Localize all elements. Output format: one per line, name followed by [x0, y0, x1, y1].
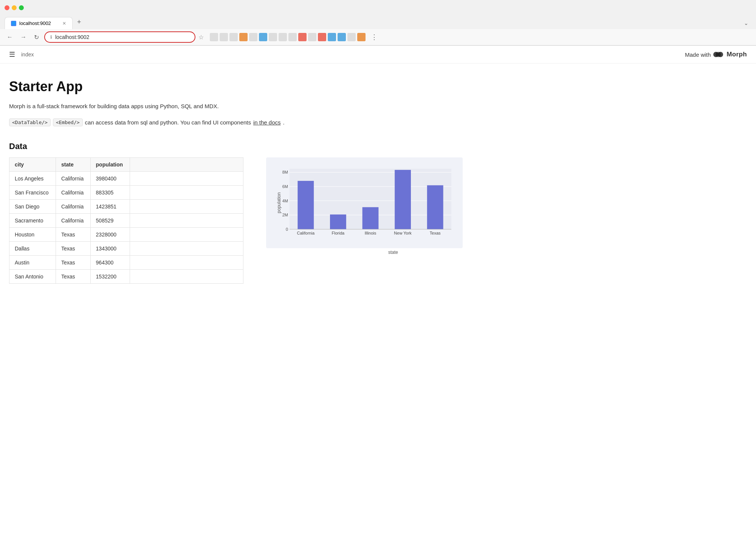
svg-text:8M: 8M [282, 170, 288, 174]
docs-link[interactable]: in the docs [253, 119, 281, 126]
page-title: Starter App [9, 79, 520, 95]
extension-icon-6[interactable] [259, 33, 267, 41]
toolbar-icons [210, 33, 366, 41]
table-row: San AntonioTexas1532200 [9, 269, 243, 283]
svg-text:New York: New York [394, 231, 412, 235]
page: ☰ index Made with Morph Starter App Morp… [0, 46, 756, 541]
extension-icon-10[interactable] [298, 33, 307, 41]
svg-point-2 [716, 52, 721, 57]
chart-wrap: population 02M4M6M8MCaliforniaFloridaIll… [266, 157, 520, 255]
extension-icon-8[interactable] [279, 33, 287, 41]
table-row: Los AngelesCalifornia3980400 [9, 171, 243, 185]
data-table-wrap: citystatepopulation Los AngelesCaliforni… [9, 157, 243, 284]
main-content: Starter App Morph is a full-stack framew… [0, 64, 529, 299]
table-cell: California [56, 213, 91, 227]
svg-rect-18 [363, 207, 379, 229]
table-header-cell-extra [130, 157, 243, 171]
svg-rect-14 [297, 181, 314, 229]
extension-icon-13[interactable] [328, 33, 336, 41]
browser-titlebar [0, 0, 756, 15]
svg-rect-22 [427, 185, 443, 229]
extension-icon-14[interactable] [338, 33, 346, 41]
table-header-cell: city [9, 157, 56, 171]
extension-icon-9[interactable] [288, 33, 297, 41]
new-tab-button[interactable]: + [73, 15, 86, 29]
extension-icon-3[interactable] [229, 33, 238, 41]
table-cell: Texas [56, 227, 91, 241]
tab-close-button[interactable]: ✕ [62, 21, 66, 26]
table-cell: San Antonio [9, 269, 56, 283]
extension-icon-7[interactable] [269, 33, 277, 41]
data-section: citystatepopulation Los AngelesCaliforni… [9, 157, 520, 284]
svg-text:Illinois: Illinois [365, 231, 376, 235]
datatable-code: <DataTable/> [9, 118, 51, 126]
table-cell: 964300 [90, 255, 130, 269]
table-cell: San Diego [9, 199, 56, 213]
svg-text:California: California [297, 231, 315, 235]
table-cell-extra [130, 269, 243, 283]
description-line: <DataTable/> <Embed/> can access data fr… [9, 118, 520, 126]
maximize-window-button[interactable] [19, 5, 24, 10]
table-cell-extra [130, 171, 243, 185]
table-row: HoustonTexas2328000 [9, 227, 243, 241]
tab-title: localhost:9002 [19, 20, 51, 26]
chart-y-label: population [276, 192, 282, 213]
forward-button[interactable]: → [18, 32, 29, 42]
table-cell: California [56, 185, 91, 199]
table-row: San DiegoCalifornia1423851 [9, 199, 243, 213]
address-bar[interactable]: ℹ localhost:9002 [44, 31, 195, 43]
reload-button[interactable]: ↻ [32, 32, 41, 42]
traffic-lights [5, 5, 24, 10]
info-icon: ℹ [50, 34, 52, 40]
bookmark-button[interactable]: ☆ [198, 34, 204, 41]
close-window-button[interactable] [5, 5, 9, 10]
table-cell: 508529 [90, 213, 130, 227]
chart-x-label: state [266, 250, 520, 255]
table-row: DallasTexas1343000 [9, 241, 243, 255]
chart-svg: 02M4M6M8MCaliforniaFloridaIllinoisNew Yo… [272, 165, 457, 244]
tab-bar: 🌐 localhost:9002 ✕ + ⌄ [0, 15, 756, 29]
made-with-text: Made with [685, 51, 711, 58]
table-cell: California [56, 199, 91, 213]
browser-toolbar: ← → ↻ ℹ localhost:9002 ☆ ⋮ [0, 29, 756, 45]
table-cell-extra [130, 241, 243, 255]
active-tab[interactable]: 🌐 localhost:9002 ✕ [5, 17, 73, 29]
app-header: ☰ index Made with Morph [0, 46, 756, 64]
table-body: Los AngelesCalifornia3980400San Francisc… [9, 171, 243, 283]
more-options-button[interactable]: ⋮ [369, 32, 380, 42]
extension-icon-1[interactable] [210, 33, 218, 41]
table-row: SacramentoCalifornia508529 [9, 213, 243, 227]
extension-icon-11[interactable] [308, 33, 316, 41]
header-left: ☰ index [9, 50, 34, 59]
extension-icon-4[interactable] [239, 33, 248, 41]
svg-text:6M: 6M [282, 184, 288, 189]
hamburger-menu-button[interactable]: ☰ [9, 50, 15, 59]
morph-brand-name: Morph [727, 51, 747, 58]
collapse-icon: ⌄ [744, 20, 748, 26]
table-cell: Austin [9, 255, 56, 269]
extension-icon-12[interactable] [318, 33, 326, 41]
page-description: Morph is a full-stack framework for buil… [9, 102, 520, 111]
browser-chrome: 🌐 localhost:9002 ✕ + ⌄ ← → ↻ ℹ localhost… [0, 0, 756, 46]
table-cell: Texas [56, 241, 91, 255]
data-table: citystatepopulation Los AngelesCaliforni… [9, 157, 243, 284]
extension-icon-16[interactable] [357, 33, 366, 41]
table-cell: 1423851 [90, 199, 130, 213]
extension-icon-15[interactable] [347, 33, 356, 41]
table-header: citystatepopulation [9, 157, 243, 171]
extension-icon-5[interactable] [249, 33, 257, 41]
header-right: Made with Morph [685, 50, 747, 59]
table-row: AustinTexas964300 [9, 255, 243, 269]
back-button[interactable]: ← [5, 32, 15, 42]
index-link[interactable]: index [21, 51, 34, 58]
extension-icon-2[interactable] [220, 33, 228, 41]
address-text: localhost:9002 [55, 34, 189, 40]
table-cell: Dallas [9, 241, 56, 255]
minimize-window-button[interactable] [12, 5, 17, 10]
table-cell: Texas [56, 269, 91, 283]
description-suffix: . [283, 119, 285, 126]
table-cell-extra [130, 213, 243, 227]
table-cell-extra [130, 185, 243, 199]
tab-favicon: 🌐 [11, 21, 16, 26]
table-cell: Houston [9, 227, 56, 241]
